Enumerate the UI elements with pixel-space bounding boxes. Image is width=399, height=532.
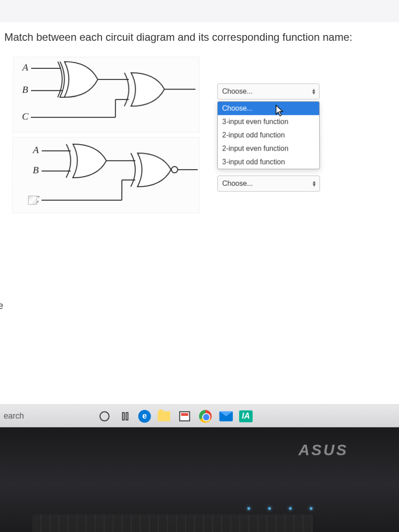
- answer-select-2[interactable]: Choose... ▴▾: [217, 176, 320, 192]
- task-view-icon[interactable]: [117, 408, 133, 424]
- dropdown-option[interactable]: 2-input even function: [218, 142, 319, 155]
- input-label: A: [32, 144, 39, 155]
- dropdown-option[interactable]: 3-input odd function: [218, 155, 319, 168]
- mouse-cursor-icon: [275, 104, 284, 117]
- caret-icon: ▴▾: [313, 88, 315, 94]
- chrome-icon[interactable]: [198, 408, 213, 424]
- answer-select-1[interactable]: Choose... ▴▾: [217, 83, 320, 99]
- select-value: Choose...: [222, 180, 253, 188]
- monitor-brand-logo: ASUS: [298, 441, 348, 459]
- svg-point-13: [172, 167, 178, 173]
- app-icon[interactable]: IA: [239, 410, 253, 422]
- question-prompt: Match between each circuit diagram and i…: [0, 22, 399, 57]
- broken-image-icon: [28, 196, 37, 204]
- circuit-diagram-1: A B C: [12, 57, 200, 133]
- input-label: B: [33, 164, 39, 176]
- answer-dropdowns: Choose... ▴▾ Choose... 3-input even func…: [217, 83, 320, 192]
- circuit-diagram-2: A B C: [12, 137, 200, 213]
- dropdown-menu: Choose... 3-input even function 2-input …: [217, 101, 320, 169]
- input-label: C: [22, 111, 28, 122]
- monitor-led-indicators: [247, 507, 313, 510]
- truncated-text: e: [0, 300, 3, 312]
- caret-icon: ▴▾: [313, 180, 315, 187]
- page-content: Match between each circuit diagram and i…: [0, 22, 399, 532]
- select-value: Choose...: [222, 87, 253, 95]
- dropdown-option[interactable]: 2-input odd function: [218, 129, 319, 142]
- edge-icon[interactable]: e: [138, 410, 151, 422]
- question-body: A B C: [0, 57, 399, 213]
- taskbar-search[interactable]: earch: [1, 411, 91, 421]
- keyboard: [32, 514, 313, 532]
- file-explorer-icon[interactable]: [156, 408, 172, 424]
- monitor-bezel: ASUS: [0, 427, 399, 532]
- store-icon[interactable]: [177, 408, 192, 424]
- dropdown-option[interactable]: Choose...: [218, 102, 319, 115]
- cortana-icon[interactable]: [97, 408, 112, 424]
- dropdown-option[interactable]: 3-input even function: [218, 115, 319, 129]
- input-label: A: [21, 62, 28, 73]
- search-label: earch: [4, 411, 24, 421]
- mail-icon[interactable]: [219, 408, 234, 424]
- input-label: B: [22, 84, 28, 95]
- circuit-diagrams: A B C: [12, 57, 200, 213]
- windows-taskbar[interactable]: earch e IA: [0, 404, 399, 427]
